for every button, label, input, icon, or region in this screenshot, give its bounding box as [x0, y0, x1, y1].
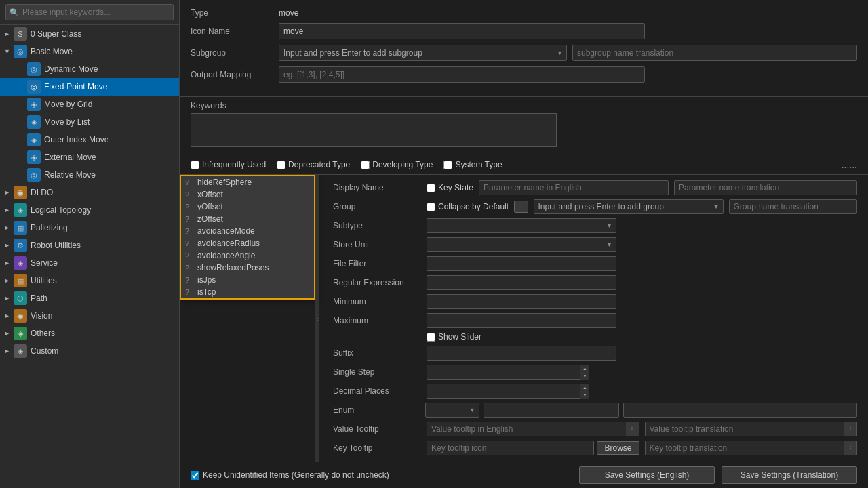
param-item-istcp[interactable]: ?isTcp: [181, 286, 314, 298]
sidebar-item-relative-move[interactable]: ◎Relative Move: [0, 166, 179, 184]
key-tooltip-browse-btn[interactable]: Browse: [597, 441, 639, 455]
subtype-select[interactable]: [427, 218, 616, 233]
collapse-by-default-checkbox-item[interactable]: Collapse by Default: [427, 202, 509, 211]
param-question-mark-zoffset: ?: [185, 215, 193, 223]
developing-type-checkbox-item[interactable]: Developing Type: [361, 160, 433, 169]
system-type-checkbox-item[interactable]: System Type: [443, 160, 502, 169]
subgroup-select[interactable]: [279, 45, 567, 61]
save-translation-btn[interactable]: Save Settings (Translation): [722, 466, 857, 484]
param-item-xoffset[interactable]: ?xOffset: [181, 188, 314, 201]
decimal-places-down[interactable]: ▼: [580, 391, 589, 399]
value-tooltip-tr-icon[interactable]: ⋮: [844, 422, 857, 436]
developing-type-checkbox[interactable]: [361, 161, 370, 169]
sidebar-item-logical-topology[interactable]: ►◈Logical Topology: [0, 201, 179, 219]
group-minus-btn[interactable]: −: [514, 201, 528, 213]
enum-value-input[interactable]: [484, 403, 619, 418]
keep-unidentified-checkbox[interactable]: [191, 471, 199, 480]
regular-expression-input[interactable]: [427, 275, 616, 290]
param-item-avoidanceangle[interactable]: ?avoidanceAngle: [181, 249, 314, 262]
key-tooltip-tr-input[interactable]: [645, 441, 858, 455]
keywords-textarea[interactable]: [191, 113, 557, 147]
sidebar-item-service[interactable]: ►◈Service: [0, 254, 179, 272]
search-input[interactable]: [5, 4, 174, 20]
key-tooltip-tr-icon[interactable]: ⋮: [844, 441, 857, 455]
param-item-yoffset[interactable]: ?yOffset: [181, 201, 314, 213]
sidebar-item-robot-utilities[interactable]: ►⚙Robot Utilities: [0, 237, 179, 254]
param-question-mark-xoffset: ?: [185, 190, 193, 199]
value-tooltip-en-icon[interactable]: ⋮: [626, 422, 639, 436]
basic-move-arrow-icon: ▼: [4, 48, 14, 55]
minimum-input[interactable]: -DBL_MAX: [427, 294, 616, 309]
single-step-up[interactable]: ▲: [580, 365, 589, 372]
search-icon: 🔍: [9, 8, 19, 17]
system-type-label: System Type: [455, 160, 502, 169]
param-question-mark-istcp: ?: [185, 288, 193, 296]
sidebar-item-fixed-point-move[interactable]: ◎Fixed-Point Move: [0, 78, 179, 96]
single-step-input[interactable]: 0.0100: [427, 365, 589, 380]
sidebar-item-dynamic-move[interactable]: ◎Dynamic Move: [0, 60, 179, 78]
show-slider-checkbox-item[interactable]: Show Slider: [427, 332, 481, 342]
sidebar-item-custom[interactable]: ►◈Custom: [0, 342, 179, 360]
sidebar-item-outer-index-move[interactable]: ◈Outer Index Move: [0, 131, 179, 148]
sidebar-item-super-class[interactable]: ►S0 Super Class: [0, 25, 179, 43]
sidebar-label-vision: Vision: [31, 311, 175, 321]
output-mapping-input[interactable]: [279, 66, 645, 83]
sidebar-item-di-do[interactable]: ►◉DI DO: [0, 184, 179, 201]
sidebar-item-external-move[interactable]: ◈External Move: [0, 148, 179, 166]
param-item-avoidancemode[interactable]: ?avoidanceMode: [181, 225, 314, 237]
decimal-places-input[interactable]: 2: [427, 384, 589, 399]
sidebar-item-basic-move[interactable]: ▼◎Basic Move: [0, 43, 179, 60]
infrequently-used-checkbox[interactable]: [191, 161, 199, 169]
keep-unidentified-checkbox-item[interactable]: Keep Unidentified Items (Generally do no…: [191, 470, 389, 480]
display-name-translation-input[interactable]: [674, 180, 857, 195]
maximum-input[interactable]: +DBL_MAX: [427, 313, 616, 328]
file-filter-label: File Filter: [333, 259, 421, 268]
system-type-checkbox[interactable]: [443, 161, 452, 169]
collapse-by-default-checkbox[interactable]: [427, 203, 435, 211]
deprecated-type-checkbox[interactable]: [277, 161, 285, 169]
key-state-checkbox-item[interactable]: Key State: [427, 183, 473, 192]
sidebar-item-move-by-grid[interactable]: ◈Move by Grid: [0, 96, 179, 113]
sidebar-item-utilities[interactable]: ►▦Utilities: [0, 272, 179, 289]
store-unit-select[interactable]: [427, 237, 616, 252]
param-item-showrelaxedposes[interactable]: ?showRelaxedPoses: [181, 262, 314, 274]
single-step-down[interactable]: ▼: [580, 372, 589, 380]
deprecated-type-checkbox-item[interactable]: Deprecated Type: [277, 160, 350, 169]
subgroup-dropdown-wrap: ▼: [279, 45, 567, 61]
param-item-isjps[interactable]: ?isJps: [181, 274, 314, 286]
output-mapping-label: Outport Mapping: [191, 70, 279, 79]
display-name-row: Display Name Key State: [333, 180, 857, 195]
show-slider-checkbox[interactable]: [427, 333, 435, 342]
sidebar-item-path[interactable]: ►⬡Path: [0, 289, 179, 307]
param-item-hiderefsphere[interactable]: ?hideRefSphere: [181, 176, 314, 188]
param-item-avoidanceradius[interactable]: ?avoidanceRadius: [181, 237, 314, 249]
enum-select[interactable]: [425, 403, 479, 418]
sidebar-item-vision[interactable]: ►◉Vision: [0, 307, 179, 325]
drag-dots-icon: ⋮: [315, 315, 320, 321]
param-item-zoffset[interactable]: ?zOffset: [181, 213, 314, 225]
suffix-input[interactable]: [427, 346, 616, 361]
display-name-input[interactable]: [479, 180, 669, 195]
file-filter-input[interactable]: Images (*.png *.jpg);;Text files (*.txt): [427, 256, 616, 271]
icon-name-input[interactable]: [279, 23, 645, 39]
value-tooltip-tr-input[interactable]: [645, 422, 858, 436]
infrequently-used-checkbox-item[interactable]: Infrequently Used: [191, 160, 266, 169]
di-do-arrow-icon: ►: [4, 189, 14, 196]
sidebar-item-move-by-list[interactable]: ◈Move by List: [0, 113, 179, 131]
vertical-resize-handle[interactable]: ⋮: [315, 175, 319, 462]
value-tooltip-en-input[interactable]: [427, 422, 639, 436]
key-state-checkbox[interactable]: [427, 184, 435, 192]
enum-translation-input[interactable]: [623, 403, 857, 418]
group-translation-input[interactable]: [729, 199, 858, 214]
sidebar-item-palletizing[interactable]: ►▦Palletizing: [0, 219, 179, 237]
group-label: Group: [333, 202, 421, 211]
service-arrow-icon: ►: [4, 260, 14, 266]
decimal-places-row: Decimal Places 2 ▲ ▼: [333, 384, 857, 399]
subgroup-translation-input[interactable]: [572, 45, 857, 61]
dots-menu[interactable]: ......: [842, 159, 857, 170]
decimal-places-up[interactable]: ▲: [580, 384, 589, 391]
sidebar-item-others[interactable]: ►◈Others: [0, 325, 179, 342]
group-select[interactable]: [534, 199, 724, 214]
key-tooltip-input[interactable]: [427, 441, 594, 455]
save-english-btn[interactable]: Save Settings (English): [579, 466, 715, 484]
